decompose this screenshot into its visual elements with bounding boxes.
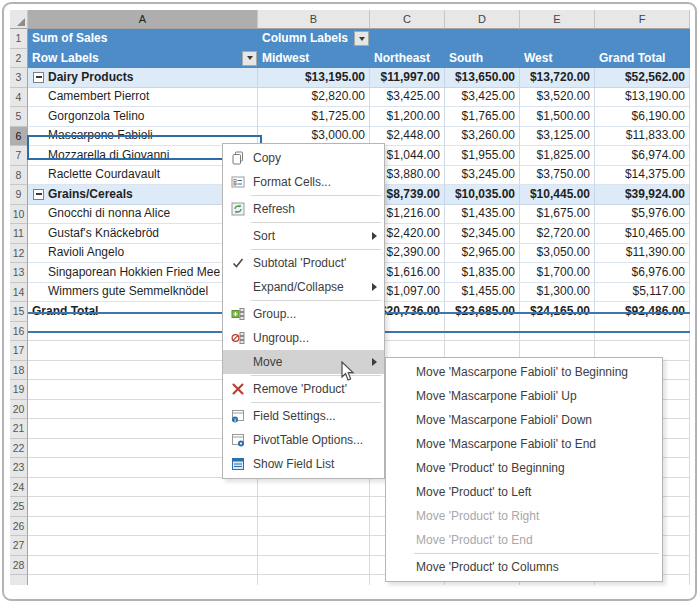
cell-C3[interactable]: $11,997.00 <box>370 68 445 88</box>
menu-item-move-product-to-columns[interactable]: Move 'Product' to Columns <box>386 555 662 579</box>
row-header-25[interactable]: 25 <box>10 497 28 517</box>
cell-F8[interactable]: $14,375.00 <box>595 166 690 186</box>
cell-F6[interactable]: $11,833.00 <box>595 127 690 147</box>
cell-A24[interactable] <box>28 478 258 498</box>
cell-A4[interactable]: Camembert Pierrot <box>28 88 258 108</box>
row-header-9[interactable]: 9 <box>10 185 28 205</box>
menu-item-move-product-to-left[interactable]: Move 'Product' to Left <box>386 480 662 504</box>
cell-E7[interactable]: $1,825.00 <box>520 146 595 166</box>
cell-F11[interactable]: $10,465.00 <box>595 224 690 244</box>
cell-B4[interactable]: $2,820.00 <box>258 88 370 108</box>
menu-item-refresh[interactable]: Refresh <box>223 197 384 221</box>
row-header-8[interactable]: 8 <box>10 166 28 186</box>
cell-E1[interactable] <box>520 29 595 49</box>
cell-F5[interactable]: $6,190.00 <box>595 107 690 127</box>
row-header-29[interactable] <box>10 575 28 585</box>
cell-B24[interactable] <box>258 478 370 498</box>
menu-item-show-field-list[interactable]: Show Field List <box>223 452 384 476</box>
column-header-E[interactable]: E <box>520 10 595 29</box>
cell-E5[interactable]: $1,500.00 <box>520 107 595 127</box>
row-header-20[interactable]: 20 <box>10 400 28 420</box>
row-header-18[interactable]: 18 <box>10 361 28 381</box>
cell-D3[interactable]: $13,650.00 <box>445 68 520 88</box>
cell-B27[interactable] <box>258 536 370 556</box>
cell-B28[interactable] <box>258 556 370 576</box>
menu-item-format-cells[interactable]: Format Cells... <box>223 170 384 194</box>
column-header-B[interactable]: B <box>258 10 370 29</box>
row-header-15[interactable]: 15 <box>10 302 28 322</box>
cell-D8[interactable]: $3,245.00 <box>445 166 520 186</box>
cell-D11[interactable]: $2,345.00 <box>445 224 520 244</box>
cell-A27[interactable] <box>28 536 258 556</box>
cell-C2[interactable]: Northeast <box>370 49 445 69</box>
menu-item-copy[interactable]: Copy <box>223 146 384 170</box>
cell-C1[interactable] <box>370 29 445 49</box>
column-labels-filter-button[interactable] <box>354 31 369 46</box>
row-header-23[interactable]: 23 <box>10 458 28 478</box>
cell-A28[interactable] <box>28 556 258 576</box>
menu-item-pivottable-options[interactable]: PivotTable Options... <box>223 428 384 452</box>
cell-F14[interactable]: $5,117.00 <box>595 283 690 303</box>
row-header-26[interactable]: 26 <box>10 517 28 537</box>
cell-E4[interactable]: $3,520.00 <box>520 88 595 108</box>
select-all-button[interactable] <box>10 10 28 29</box>
cell-A3[interactable]: Dairy Products <box>28 68 258 88</box>
row-header-12[interactable]: 12 <box>10 244 28 264</box>
collapse-button[interactable] <box>33 72 44 83</box>
row-header-28[interactable]: 28 <box>10 556 28 576</box>
row-header-27[interactable]: 27 <box>10 536 28 556</box>
cell-F7[interactable]: $6,974.00 <box>595 146 690 166</box>
menu-item-move-mascarpone-fabioli-to-end[interactable]: Move 'Mascarpone Fabioli' to End <box>386 432 662 456</box>
menu-item-subtotal-product[interactable]: Subtotal 'Product' <box>223 251 384 275</box>
cell-A5[interactable]: Gorgonzola Telino <box>28 107 258 127</box>
row-header-16[interactable]: 16 <box>10 322 28 342</box>
menu-item-move-product-to-end[interactable]: Move 'Product' to End <box>386 528 662 552</box>
cell-D12[interactable]: $2,965.00 <box>445 244 520 264</box>
cell-D2[interactable]: South <box>445 49 520 69</box>
cell-A29[interactable] <box>28 575 258 585</box>
cell-C5[interactable]: $1,200.00 <box>370 107 445 127</box>
menu-item-move-product-to-beginning[interactable]: Move 'Product' to Beginning <box>386 456 662 480</box>
menu-item-move-product-to-right[interactable]: Move 'Product' to Right <box>386 504 662 528</box>
column-header-C[interactable]: C <box>370 10 445 29</box>
menu-item-move-mascarpone-fabioli-up[interactable]: Move 'Mascarpone Fabioli' Up <box>386 384 662 408</box>
row-header-10[interactable]: 10 <box>10 205 28 225</box>
row-header-6[interactable]: 6 <box>10 127 28 147</box>
cell-B1[interactable]: Column Labels <box>258 29 370 49</box>
cell-D4[interactable]: $3,425.00 <box>445 88 520 108</box>
cell-D9[interactable]: $10,035.00 <box>445 185 520 205</box>
cell-D7[interactable]: $1,955.00 <box>445 146 520 166</box>
cell-E12[interactable]: $3,050.00 <box>520 244 595 264</box>
menu-item-remove-product[interactable]: Remove 'Product' <box>223 377 384 401</box>
menu-item-group[interactable]: Group... <box>223 302 384 326</box>
cell-F4[interactable]: $13,190.00 <box>595 88 690 108</box>
column-header-F[interactable]: F <box>595 10 690 29</box>
cell-F9[interactable]: $39,924.00 <box>595 185 690 205</box>
menu-item-move[interactable]: Move <box>223 350 384 374</box>
row-header-21[interactable]: 21 <box>10 419 28 439</box>
cell-F1[interactable] <box>595 29 690 49</box>
menu-item-field-settings[interactable]: iField Settings... <box>223 404 384 428</box>
cell-A25[interactable] <box>28 497 258 517</box>
cell-B29[interactable] <box>258 575 370 585</box>
cell-F12[interactable]: $11,390.00 <box>595 244 690 264</box>
cell-D1[interactable] <box>445 29 520 49</box>
cell-D10[interactable]: $1,435.00 <box>445 205 520 225</box>
row-header-4[interactable]: 4 <box>10 88 28 108</box>
column-header-D[interactable]: D <box>445 10 520 29</box>
cell-E14[interactable]: $1,300.00 <box>520 283 595 303</box>
cell-D5[interactable]: $1,765.00 <box>445 107 520 127</box>
row-header-17[interactable]: 17 <box>10 341 28 361</box>
menu-item-ungroup[interactable]: Ungroup... <box>223 326 384 350</box>
cell-B2[interactable]: Midwest <box>258 49 370 69</box>
row-header-11[interactable]: 11 <box>10 224 28 244</box>
cell-A2[interactable]: Row Labels <box>28 49 258 69</box>
cell-E11[interactable]: $2,720.00 <box>520 224 595 244</box>
cell-D6[interactable]: $3,260.00 <box>445 127 520 147</box>
cell-C4[interactable]: $3,425.00 <box>370 88 445 108</box>
menu-item-move-mascarpone-fabioli-to-beginning[interactable]: Move 'Mascarpone Fabioli' to Beginning <box>386 360 662 384</box>
row-header-5[interactable]: 5 <box>10 107 28 127</box>
cell-E10[interactable]: $1,675.00 <box>520 205 595 225</box>
cell-F13[interactable]: $6,976.00 <box>595 263 690 283</box>
row-header-2[interactable]: 2 <box>10 49 28 69</box>
